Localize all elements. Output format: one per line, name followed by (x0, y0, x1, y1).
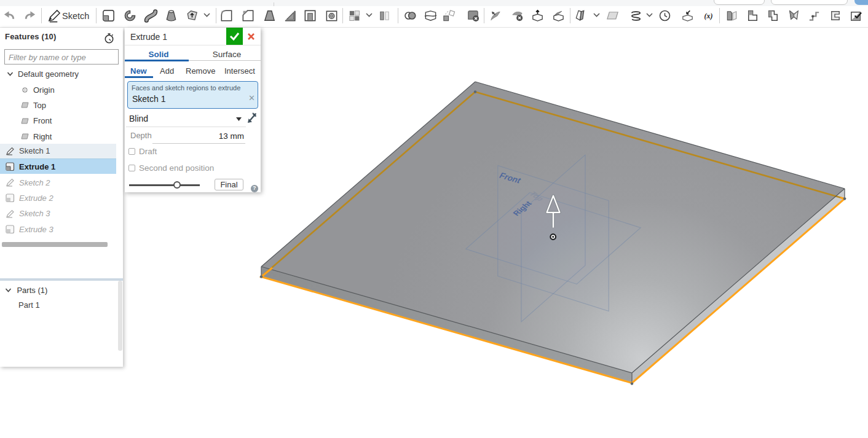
svg-text:(x): (x) (704, 12, 713, 20)
